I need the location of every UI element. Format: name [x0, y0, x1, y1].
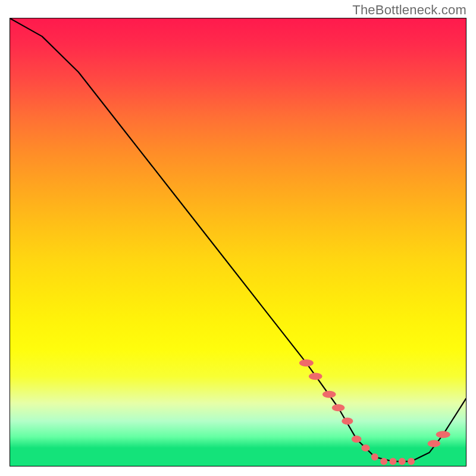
bottleneck-curve: [10, 18, 466, 462]
chart-container: TheBottleneck.com: [0, 0, 476, 476]
highlight-marker: [332, 404, 345, 411]
attribution-text: TheBottleneck.com: [352, 2, 466, 18]
highlight-marker: [389, 458, 396, 465]
highlight-marker: [399, 458, 406, 465]
highlight-marker: [322, 391, 336, 398]
highlight-marker: [428, 440, 441, 447]
highlight-marker: [436, 431, 450, 438]
chart-svg: [10, 18, 466, 466]
plot-area: [10, 18, 466, 466]
highlight-marker: [371, 453, 378, 461]
highlight-marker: [299, 359, 314, 367]
highlight-marker: [380, 458, 387, 465]
highlight-marker: [342, 418, 353, 425]
highlight-marker: [309, 373, 322, 380]
highlight-marker: [352, 436, 362, 443]
highlight-marker: [408, 458, 415, 465]
highlight-marker: [361, 444, 369, 452]
